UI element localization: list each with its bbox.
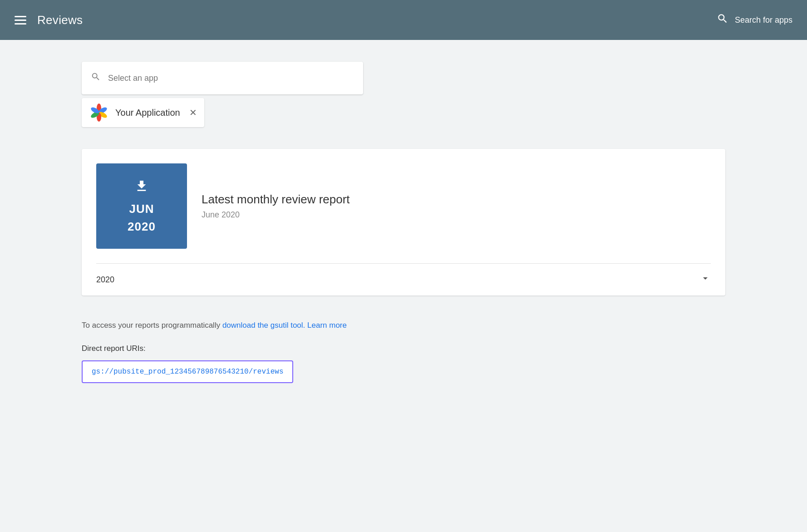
report-card: JUN 2020 Latest monthly review report Ju…	[82, 149, 725, 296]
programmatic-prefix: To access your reports programmatically	[82, 321, 222, 330]
report-title: Latest monthly review report	[202, 192, 350, 207]
app-tag-name: Your Application	[115, 108, 180, 118]
programmatic-access-text: To access your reports programmatically …	[82, 319, 725, 331]
app-logo-icon	[89, 103, 109, 123]
main-content: Your Application ✕ JUN 2020 Latest month…	[0, 40, 807, 405]
bottom-info: To access your reports programmatically …	[82, 319, 725, 383]
report-date: June 2020	[202, 210, 350, 220]
direct-uri-label: Direct report URIs:	[82, 344, 725, 353]
download-report-button[interactable]: JUN 2020	[96, 163, 187, 249]
header-left: Reviews	[15, 13, 83, 27]
uri-path: pubsite_prod_123456789876543210/reviews	[113, 368, 283, 376]
report-card-bottom: 2020	[82, 264, 725, 296]
header-search-button[interactable]: Search for apps	[717, 13, 792, 27]
chevron-down-icon	[700, 273, 711, 286]
page-title: Reviews	[37, 13, 83, 27]
app-search-box[interactable]	[82, 62, 363, 94]
app-tag: Your Application ✕	[82, 98, 204, 127]
app-search-input[interactable]	[108, 74, 354, 83]
report-info: Latest monthly review report June 2020	[202, 192, 350, 220]
hamburger-menu-button[interactable]	[15, 16, 26, 25]
report-month: JUN	[129, 202, 154, 216]
uri-box: gs://pubsite_prod_123456789876543210/rev…	[82, 360, 293, 383]
learn-more-link[interactable]: Learn more	[307, 321, 347, 330]
remove-app-button[interactable]: ✕	[189, 107, 197, 118]
search-icon	[91, 72, 101, 84]
uri-prefix: gs://	[92, 368, 113, 376]
report-card-top: JUN 2020 Latest monthly review report Ju…	[82, 149, 725, 263]
download-icon	[134, 179, 149, 197]
header-search-label: Search for apps	[735, 15, 792, 25]
selected-year: 2020	[96, 275, 114, 285]
search-icon	[717, 13, 728, 27]
year-selector[interactable]: 2020	[96, 273, 711, 286]
report-year: 2020	[128, 220, 156, 234]
header: Reviews Search for apps	[0, 0, 807, 40]
gsutil-link[interactable]: download the gsutil tool.	[222, 321, 305, 330]
